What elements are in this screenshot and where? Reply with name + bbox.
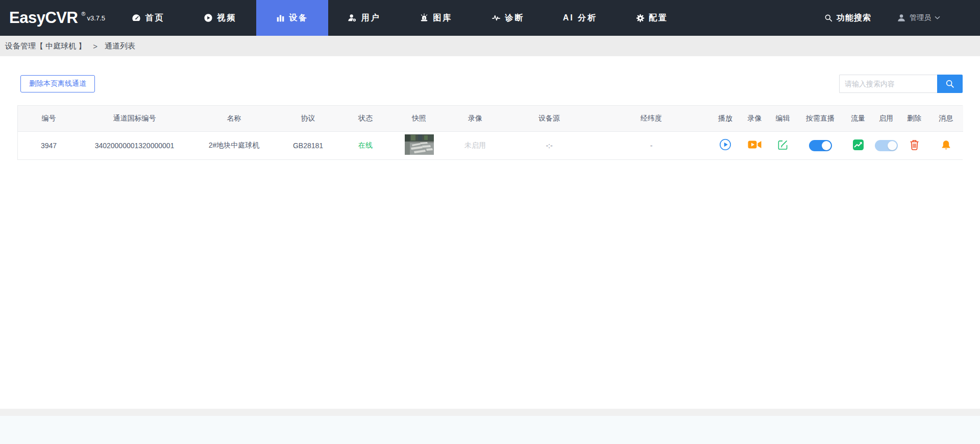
cell-name: 2#地块中庭球机 (189, 131, 279, 159)
column-header-device-source: 设备源 (506, 106, 593, 131)
nav-label: 视频 (217, 13, 236, 24)
ondemand-live-toggle[interactable] (809, 140, 832, 151)
search-input[interactable] (839, 75, 937, 93)
main-nav: 首页 视频 设备 用户 (112, 0, 688, 36)
user-gear-icon (348, 13, 357, 22)
nav-label: 用户 (361, 13, 380, 24)
search-group (839, 75, 963, 93)
record-button[interactable] (748, 139, 762, 150)
trash-icon (910, 139, 919, 150)
video-play-icon (204, 13, 213, 22)
column-header-ondemand-live: 按需直播 (797, 106, 844, 131)
column-header-delete: 删除 (900, 106, 928, 131)
breadcrumb: 设备管理【 中庭球机 】 > 通道列表 (0, 36, 980, 56)
cell-device-source: -:- (506, 131, 593, 159)
person-icon (897, 13, 906, 22)
snapshot-thumbnail[interactable] (405, 134, 434, 155)
user-menu[interactable]: 管理员 (897, 13, 940, 22)
delete-offline-channels-button[interactable]: 删除本页离线通道 (20, 75, 95, 92)
app-logo[interactable]: EasyCVR (9, 9, 78, 27)
message-button[interactable] (941, 139, 951, 150)
cell-protocol: GB28181 (279, 131, 337, 159)
column-header-status: 状态 (337, 106, 394, 131)
table-header: 编号 通道国标编号 名称 协议 状态 快照 录像 设备源 经纬度 播放 录像 编… (18, 106, 963, 131)
cell-record-status: 未启用 (445, 131, 506, 159)
pulse-icon (492, 13, 501, 22)
column-header-gb-code: 通道国标编号 (80, 106, 189, 131)
snapshot-image (405, 134, 434, 155)
nav-label: 图库 (433, 13, 452, 24)
chevron-down-icon (935, 16, 940, 20)
column-header-id: 编号 (18, 106, 80, 131)
column-header-snapshot: 快照 (394, 106, 445, 131)
column-header-record-action: 录像 (741, 106, 769, 131)
navbar-right: 功能搜索 管理员 (824, 0, 980, 36)
column-header-protocol: 协议 (279, 106, 337, 131)
traffic-button[interactable] (853, 139, 864, 150)
column-header-play: 播放 (710, 106, 741, 131)
search-button[interactable] (937, 75, 963, 93)
nav-item-gallery[interactable]: 图库 (400, 0, 472, 36)
cell-latlng: - (593, 131, 710, 159)
nav-item-home[interactable]: 首页 (112, 0, 184, 36)
nav-item-user[interactable]: 用户 (328, 0, 400, 36)
top-navbar: EasyCVR ® v3.7.5 首页 视频 设备 (0, 0, 980, 36)
column-header-edit: 编辑 (769, 106, 797, 131)
search-icon (945, 79, 954, 88)
column-header-name: 名称 (189, 106, 279, 131)
nav-label: AI 分析 (563, 13, 597, 24)
status-badge: 在线 (337, 131, 394, 159)
logo-area: EasyCVR ® v3.7.5 (0, 0, 105, 36)
footer-divider (0, 409, 980, 416)
play-icon (719, 138, 731, 151)
enable-toggle[interactable] (875, 140, 898, 151)
siren-icon (420, 13, 429, 22)
search-icon (824, 14, 832, 22)
delete-button[interactable] (910, 139, 919, 150)
column-header-record: 录像 (445, 106, 506, 131)
breadcrumb-current: 通道列表 (105, 41, 135, 51)
user-name: 管理员 (910, 13, 931, 22)
nav-label: 设备 (289, 13, 308, 24)
toggle-knob (822, 141, 831, 150)
function-search-label: 功能搜索 (837, 13, 871, 24)
nav-item-device[interactable]: 设备 (256, 0, 328, 36)
play-button[interactable] (719, 138, 731, 151)
edit-button[interactable] (777, 139, 788, 150)
nav-label: 配置 (649, 13, 668, 24)
column-header-latlng: 经纬度 (593, 106, 710, 131)
nav-item-diagnosis[interactable]: 诊断 (472, 0, 544, 36)
column-header-message: 消息 (928, 106, 963, 131)
registered-mark: ® (81, 11, 85, 17)
footer-area (0, 416, 980, 444)
channels-table: 编号 通道国标编号 名称 协议 状态 快照 录像 设备源 经纬度 播放 录像 编… (18, 106, 963, 159)
column-header-enable: 启用 (872, 106, 900, 131)
main-content: 删除本页离线通道 编号 通道国标编号 (0, 56, 980, 409)
channels-table-wrap: 编号 通道国标编号 名称 协议 状态 快照 录像 设备源 经纬度 播放 录像 编… (17, 105, 963, 160)
cell-id: 3947 (18, 131, 80, 159)
dashboard-icon (132, 13, 141, 22)
nav-item-ai-analysis[interactable]: AI 分析 (544, 0, 616, 36)
app-version: v3.7.5 (87, 14, 105, 22)
nav-label: 诊断 (505, 13, 524, 24)
video-camera-icon (748, 139, 762, 150)
breadcrumb-separator: > (93, 42, 97, 51)
nav-label: 首页 (145, 13, 164, 24)
gear-icon (636, 14, 645, 22)
device-bars-icon (276, 14, 285, 22)
breadcrumb-parent[interactable]: 设备管理【 中庭球机 】 (5, 41, 86, 51)
edit-icon (777, 139, 788, 150)
nav-item-config[interactable]: 配置 (616, 0, 688, 36)
bell-icon (941, 139, 951, 150)
nav-item-video[interactable]: 视频 (184, 0, 256, 36)
function-search[interactable]: 功能搜索 (824, 13, 871, 24)
cell-gb-code: 34020000001320000001 (80, 131, 189, 159)
column-header-traffic: 流量 (844, 106, 872, 131)
toggle-knob (888, 141, 897, 150)
table-row: 3947 34020000001320000001 2#地块中庭球机 GB281… (18, 131, 963, 159)
traffic-chart-icon (853, 139, 864, 150)
toolbar: 删除本页离线通道 (0, 75, 980, 93)
